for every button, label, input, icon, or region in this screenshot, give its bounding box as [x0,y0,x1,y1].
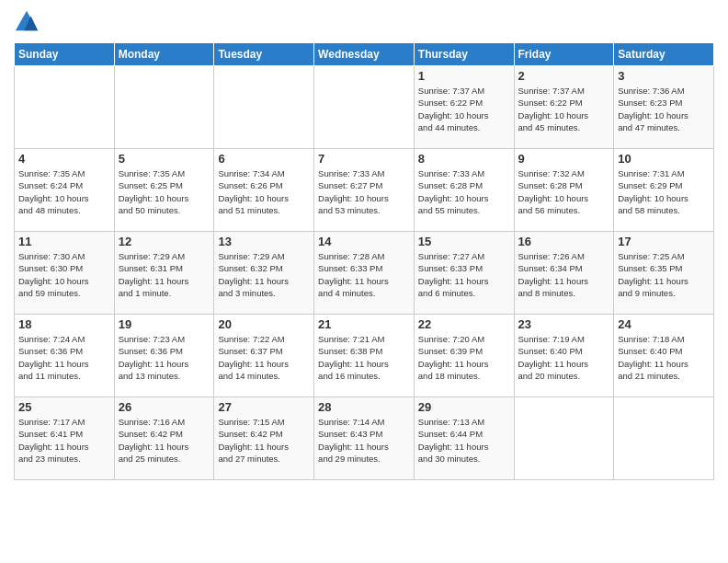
calendar-cell: 28Sunrise: 7:14 AM Sunset: 6:43 PM Dayli… [314,397,415,480]
logo-icon [14,9,40,35]
header-friday: Friday [514,43,614,66]
calendar-cell: 27Sunrise: 7:15 AM Sunset: 6:42 PM Dayli… [214,397,314,480]
calendar-cell [15,66,115,149]
day-info: Sunrise: 7:35 AM Sunset: 6:24 PM Dayligh… [18,167,110,216]
day-number: 21 [318,317,410,331]
calendar-cell: 18Sunrise: 7:24 AM Sunset: 6:36 PM Dayli… [15,315,115,397]
calendar-cell: 20Sunrise: 7:22 AM Sunset: 6:37 PM Dayli… [214,315,314,397]
day-number: 6 [218,152,310,166]
day-number: 3 [618,69,710,83]
calendar-cell [314,66,415,149]
day-info: Sunrise: 7:29 AM Sunset: 6:31 PM Dayligh… [119,250,210,299]
header-row: SundayMondayTuesdayWednesdayThursdayFrid… [15,43,714,66]
day-info: Sunrise: 7:34 AM Sunset: 6:26 PM Dayligh… [218,167,310,216]
day-number: 2 [518,69,610,83]
day-info: Sunrise: 7:23 AM Sunset: 6:36 PM Dayligh… [119,333,210,382]
week-row-4: 18Sunrise: 7:24 AM Sunset: 6:36 PM Dayli… [15,315,714,397]
calendar-cell [514,397,614,480]
calendar-cell: 3Sunrise: 7:36 AM Sunset: 6:23 PM Daylig… [614,66,714,149]
header-wednesday: Wednesday [314,43,415,66]
day-info: Sunrise: 7:21 AM Sunset: 6:38 PM Dayligh… [318,333,410,382]
calendar-cell [114,66,214,149]
calendar-cell [214,66,314,149]
day-info: Sunrise: 7:37 AM Sunset: 6:22 PM Dayligh… [418,85,510,133]
page-header [14,9,714,35]
day-info: Sunrise: 7:32 AM Sunset: 6:28 PM Dayligh… [518,167,610,216]
day-number: 7 [318,152,410,166]
calendar-cell: 12Sunrise: 7:29 AM Sunset: 6:31 PM Dayli… [114,232,214,315]
header-monday: Monday [114,43,214,66]
day-info: Sunrise: 7:24 AM Sunset: 6:36 PM Dayligh… [18,333,110,382]
calendar-cell: 23Sunrise: 7:19 AM Sunset: 6:40 PM Dayli… [514,315,614,397]
day-info: Sunrise: 7:18 AM Sunset: 6:40 PM Dayligh… [618,333,710,382]
calendar-cell: 21Sunrise: 7:21 AM Sunset: 6:38 PM Dayli… [314,315,415,397]
calendar-cell [614,397,714,480]
calendar-cell: 5Sunrise: 7:35 AM Sunset: 6:25 PM Daylig… [114,149,214,232]
calendar-cell: 6Sunrise: 7:34 AM Sunset: 6:26 PM Daylig… [214,149,314,232]
calendar-cell: 2Sunrise: 7:37 AM Sunset: 6:22 PM Daylig… [514,66,614,149]
header-tuesday: Tuesday [214,43,314,66]
calendar-cell: 13Sunrise: 7:29 AM Sunset: 6:32 PM Dayli… [214,232,314,315]
day-info: Sunrise: 7:19 AM Sunset: 6:40 PM Dayligh… [518,333,610,382]
calendar-cell: 25Sunrise: 7:17 AM Sunset: 6:41 PM Dayli… [15,397,115,480]
day-info: Sunrise: 7:33 AM Sunset: 6:28 PM Dayligh… [418,167,510,216]
day-number: 19 [119,317,210,331]
day-info: Sunrise: 7:37 AM Sunset: 6:22 PM Dayligh… [518,85,610,133]
header-thursday: Thursday [414,43,514,66]
calendar-table: SundayMondayTuesdayWednesdayThursdayFrid… [14,42,714,480]
calendar-cell: 16Sunrise: 7:26 AM Sunset: 6:34 PM Dayli… [514,232,614,315]
calendar-cell: 19Sunrise: 7:23 AM Sunset: 6:36 PM Dayli… [114,315,214,397]
day-number: 14 [318,235,410,248]
day-number: 5 [119,152,210,166]
day-info: Sunrise: 7:17 AM Sunset: 6:41 PM Dayligh… [18,416,110,465]
day-info: Sunrise: 7:14 AM Sunset: 6:43 PM Dayligh… [318,416,410,465]
day-number: 1 [418,69,510,83]
calendar-cell: 29Sunrise: 7:13 AM Sunset: 6:44 PM Dayli… [414,397,514,480]
calendar-cell: 1Sunrise: 7:37 AM Sunset: 6:22 PM Daylig… [414,66,514,149]
day-info: Sunrise: 7:35 AM Sunset: 6:25 PM Dayligh… [119,167,210,216]
day-info: Sunrise: 7:30 AM Sunset: 6:30 PM Dayligh… [18,250,110,299]
day-number: 12 [119,235,210,248]
calendar-cell: 7Sunrise: 7:33 AM Sunset: 6:27 PM Daylig… [314,149,415,232]
day-info: Sunrise: 7:36 AM Sunset: 6:23 PM Dayligh… [618,85,710,133]
calendar-cell: 10Sunrise: 7:31 AM Sunset: 6:29 PM Dayli… [614,149,714,232]
day-info: Sunrise: 7:13 AM Sunset: 6:44 PM Dayligh… [418,416,510,465]
day-number: 28 [318,400,410,414]
calendar-cell: 17Sunrise: 7:25 AM Sunset: 6:35 PM Dayli… [614,232,714,315]
day-info: Sunrise: 7:22 AM Sunset: 6:37 PM Dayligh… [218,333,310,382]
day-number: 26 [119,400,210,414]
day-info: Sunrise: 7:27 AM Sunset: 6:33 PM Dayligh… [418,250,510,299]
day-number: 4 [18,152,110,166]
logo [14,9,43,35]
day-info: Sunrise: 7:29 AM Sunset: 6:32 PM Dayligh… [218,250,310,299]
day-number: 8 [418,152,510,166]
calendar-cell: 24Sunrise: 7:18 AM Sunset: 6:40 PM Dayli… [614,315,714,397]
week-row-2: 4Sunrise: 7:35 AM Sunset: 6:24 PM Daylig… [15,149,714,232]
calendar-cell: 14Sunrise: 7:28 AM Sunset: 6:33 PM Dayli… [314,232,415,315]
day-number: 9 [518,152,610,166]
week-row-5: 25Sunrise: 7:17 AM Sunset: 6:41 PM Dayli… [15,397,714,480]
calendar-body: 1Sunrise: 7:37 AM Sunset: 6:22 PM Daylig… [15,66,714,480]
week-row-3: 11Sunrise: 7:30 AM Sunset: 6:30 PM Dayli… [15,232,714,315]
day-info: Sunrise: 7:28 AM Sunset: 6:33 PM Dayligh… [318,250,410,299]
day-info: Sunrise: 7:15 AM Sunset: 6:42 PM Dayligh… [218,416,310,465]
day-number: 25 [18,400,110,414]
calendar-cell: 4Sunrise: 7:35 AM Sunset: 6:24 PM Daylig… [15,149,115,232]
day-number: 18 [18,317,110,331]
calendar-cell: 22Sunrise: 7:20 AM Sunset: 6:39 PM Dayli… [414,315,514,397]
calendar-header: SundayMondayTuesdayWednesdayThursdayFrid… [15,43,714,66]
calendar-cell: 26Sunrise: 7:16 AM Sunset: 6:42 PM Dayli… [114,397,214,480]
day-info: Sunrise: 7:20 AM Sunset: 6:39 PM Dayligh… [418,333,510,382]
week-row-1: 1Sunrise: 7:37 AM Sunset: 6:22 PM Daylig… [15,66,714,149]
day-number: 27 [218,400,310,414]
day-info: Sunrise: 7:16 AM Sunset: 6:42 PM Dayligh… [119,416,210,465]
calendar-cell: 15Sunrise: 7:27 AM Sunset: 6:33 PM Dayli… [414,232,514,315]
header-sunday: Sunday [15,43,115,66]
day-number: 24 [618,317,710,331]
calendar-cell: 9Sunrise: 7:32 AM Sunset: 6:28 PM Daylig… [514,149,614,232]
day-number: 23 [518,317,610,331]
day-number: 10 [618,152,710,166]
calendar-cell: 11Sunrise: 7:30 AM Sunset: 6:30 PM Dayli… [15,232,115,315]
day-number: 22 [418,317,510,331]
day-number: 16 [518,235,610,248]
